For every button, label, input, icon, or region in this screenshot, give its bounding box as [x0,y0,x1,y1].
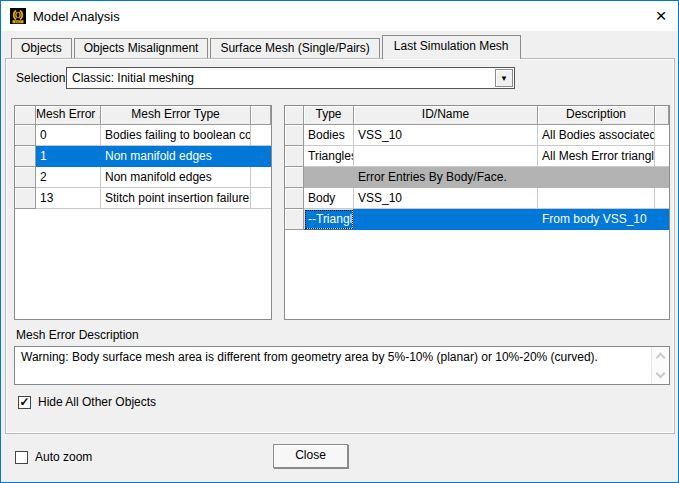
cell-description[interactable]: All Bodies associated ... [538,125,655,146]
checkbox-label: Auto zoom [35,450,92,464]
row-filler [655,125,669,146]
combobox-dropdown-button[interactable]: ▼ [495,69,513,87]
row-selector[interactable] [285,125,304,146]
cell-type-focused[interactable]: --Triangles [304,209,354,230]
row-filler [655,188,669,209]
table-row-selected[interactable]: 1 Non manifold edges [15,146,271,167]
stub-header-cell [655,106,669,125]
svg-text:EGT: EGT [15,20,21,24]
row-filler [655,146,669,167]
table-row-group[interactable]: Error Entries By Body/Face. [285,167,669,188]
cell-id-name[interactable] [354,146,538,167]
cell-description[interactable]: All Mesh Error triangle... [538,146,655,167]
cell-type[interactable]: Body [304,188,354,209]
col-header-type[interactable]: Type [304,106,354,125]
table-row[interactable]: Bodies VSS_10 All Bodies associated ... [285,125,669,146]
cell-type[interactable]: Triangles [304,146,354,167]
cell-id-name[interactable]: VSS_10 [354,188,538,209]
cell-description[interactable]: From body VSS_10 [538,209,655,230]
corner-header-cell [285,106,304,125]
cell-id-name[interactable]: Error Entries By Body/Face. [354,167,538,188]
col-header-mesh-error-type[interactable]: Mesh Error Type [101,106,251,125]
cell-mesh-error-type[interactable]: Bodies failing to boolean correctly [101,125,251,146]
scroll-up-icon[interactable] [656,353,666,363]
tab-objects-misalignment[interactable]: Objects Misalignment [74,38,209,58]
cell-mesh-error[interactable]: 2 [36,167,101,188]
app-logo-icon: EGT [10,8,26,24]
cell-mesh-error-type[interactable]: Non manifold edges [101,167,251,188]
table-row[interactable]: 13 Stitch point insertion failure [15,188,271,209]
mesh-error-description-label: Mesh Error Description [16,328,139,342]
last-simulation-mesh-panel: Selection: Classic: Initial meshing ▼ Me… [5,58,675,434]
checkbox-box[interactable] [15,451,28,464]
table-row-selected[interactable]: --Triangles From body VSS_10 [285,209,669,230]
tab-strip: Objects Objects Misalignment Surface Mes… [11,38,523,59]
selection-combobox-value: Classic: Initial meshing [67,71,495,85]
cell-type[interactable]: Bodies [304,125,354,146]
cell-description[interactable] [538,167,655,188]
cell-type[interactable] [304,167,354,188]
window-title: Model Analysis [33,9,120,24]
chevron-down-icon: ▼ [500,74,508,83]
row-filler [251,146,271,167]
row-selector[interactable] [15,146,36,167]
row-selector[interactable] [15,167,36,188]
auto-zoom-checkbox[interactable]: Auto zoom [15,450,92,464]
description-scrollbar[interactable] [651,347,669,384]
row-selector[interactable] [15,125,36,146]
hide-all-other-objects-checkbox[interactable]: ✓ Hide All Other Objects [18,395,156,409]
mesh-error-table-header: Mesh Error ... Mesh Error Type [15,106,271,125]
tab-last-simulation-mesh[interactable]: Last Simulation Mesh [382,35,521,59]
title-bar: EGT Model Analysis × [1,1,678,31]
cell-id-name[interactable] [354,209,538,230]
checkbox-label: Hide All Other Objects [38,395,156,409]
error-entry-table-header: Type ID/Name Description [285,106,669,125]
corner-header-cell [15,106,36,125]
table-row[interactable]: 2 Non manifold edges [15,167,271,188]
check-icon: ✓ [19,397,29,408]
col-header-mesh-error[interactable]: Mesh Error ... [36,106,101,125]
row-selector[interactable] [285,146,304,167]
row-filler [655,167,669,188]
tab-objects[interactable]: Objects [11,38,72,58]
model-analysis-dialog: EGT Model Analysis × Objects Objects Mis… [0,0,679,483]
stub-header-cell [251,106,271,125]
row-filler [251,167,271,188]
error-entry-table: Type ID/Name Description Bodies VSS_10 A… [284,105,670,320]
row-selector[interactable] [285,209,304,230]
selection-combobox[interactable]: Classic: Initial meshing ▼ [66,67,515,89]
table-row[interactable]: Body VSS_10 [285,188,669,209]
tab-surface-mesh[interactable]: Surface Mesh (Single/Pairs) [210,38,379,58]
checkbox-box[interactable]: ✓ [18,396,31,409]
row-filler [251,125,271,146]
cell-id-name[interactable]: VSS_10 [354,125,538,146]
mesh-error-table: Mesh Error ... Mesh Error Type 0 Bodies … [14,105,272,320]
row-selector[interactable] [285,167,304,188]
cell-mesh-error[interactable]: 0 [36,125,101,146]
close-button[interactable]: Close [273,444,348,468]
cell-description[interactable] [538,188,655,209]
cell-mesh-error[interactable]: 13 [36,188,101,209]
cell-mesh-error[interactable]: 1 [36,146,101,167]
table-row[interactable]: Triangles All Mesh Error triangle... [285,146,669,167]
col-header-id-name[interactable]: ID/Name [354,106,538,125]
cell-mesh-error-type[interactable]: Stitch point insertion failure [101,188,251,209]
col-header-description[interactable]: Description [538,106,655,125]
close-window-button[interactable]: × [644,1,678,31]
scroll-down-icon[interactable] [656,369,666,379]
row-filler [655,209,669,230]
selection-label: Selection: [16,71,69,85]
table-row[interactable]: 0 Bodies failing to boolean correctly [15,125,271,146]
close-icon: × [655,5,666,27]
mesh-error-description-text: Warning: Body surface mesh area is diffe… [15,347,630,368]
row-selector[interactable] [285,188,304,209]
cell-mesh-error-type[interactable]: Non manifold edges [101,146,251,167]
row-selector[interactable] [15,188,36,209]
row-filler [251,188,271,209]
mesh-error-description-box: Warning: Body surface mesh area is diffe… [14,346,670,385]
